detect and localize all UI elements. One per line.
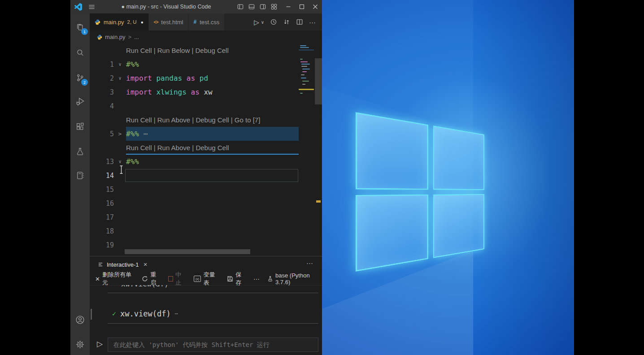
toggle-panel-icon[interactable] [248, 4, 255, 10]
minimap-mark [302, 71, 307, 72]
code-token: import [126, 74, 156, 82]
sidebar-item-search[interactable] [70, 43, 90, 61]
breadcrumb-file[interactable]: main.py [105, 34, 126, 40]
code-token: ⋯ [139, 130, 148, 138]
interactive-panel: Interactive-1 ✕ ··· ✕ 删除所有单元 重启 中止 (x) 变… [90, 256, 322, 355]
cell-code: xw.view(df) [120, 309, 171, 318]
code-token: import [126, 88, 156, 96]
split-editor-icon[interactable] [296, 18, 303, 26]
dirty-dot-icon[interactable]: ● [141, 20, 144, 25]
restart-kernel-button[interactable]: 重启 [142, 271, 161, 287]
scm-badge: 2 [81, 79, 88, 86]
toggle-secondary-sidebar-icon[interactable] [260, 4, 266, 10]
customize-layout-icon[interactable] [271, 4, 277, 10]
line-number: 1 [90, 61, 114, 69]
sidebar-item-explorer[interactable]: 1 [70, 18, 90, 36]
code-line: 16 [90, 196, 299, 210]
collapsed-output-icon[interactable]: ⋯ [175, 311, 178, 317]
code-token: pandas [156, 74, 182, 82]
minimap-mark [301, 74, 305, 75]
horizontal-scrollbar[interactable] [125, 249, 250, 254]
tab-main-py[interactable]: main.py 2, U ● [90, 13, 149, 30]
code-token: #%% [126, 130, 139, 138]
scrollbar-slider[interactable] [315, 58, 322, 104]
code-rows: Run Cell | Run Below | Debug Cell1∨#%%2∨… [90, 43, 299, 256]
fold-chevron-icon[interactable]: ∨ [114, 75, 126, 81]
code-line: 18 [90, 224, 299, 238]
code-line: 5>#%% ⋯ [90, 127, 299, 141]
minimap-mark [300, 47, 309, 48]
sidebar-item-notebook[interactable] [70, 166, 90, 184]
minimap-mark [300, 61, 308, 62]
line-number: 19 [90, 241, 114, 249]
delete-all-cells-button[interactable]: ✕ 删除所有单元 [95, 271, 134, 287]
ibeam-cursor [119, 165, 124, 174]
line-number: 5 [90, 130, 114, 138]
save-button[interactable]: 保存 [227, 271, 246, 287]
minimap-mark [302, 69, 310, 69]
save-icon [227, 276, 233, 282]
panel-more-actions-icon[interactable]: ··· [306, 259, 313, 267]
minimap[interactable] [299, 43, 315, 256]
windows-logo-pane [356, 194, 428, 272]
panel-tab-interactive-1[interactable]: Interactive-1 ✕ [94, 256, 151, 273]
vscode-window: ● main.py - src - Visual Studio Code 1 2 [70, 0, 322, 355]
timeline-history-icon[interactable] [270, 18, 277, 26]
minimize-button[interactable] [282, 0, 295, 13]
minimap-mark [301, 78, 306, 78]
code-token: xw [204, 88, 212, 96]
sidebar-item-run-debug[interactable] [70, 92, 90, 110]
compare-changes-icon[interactable] [283, 18, 290, 26]
toggle-sidebar-icon[interactable] [237, 4, 244, 10]
variables-button[interactable]: (x) 变量表 [194, 271, 220, 287]
interrupt-kernel-button[interactable]: 中止 [168, 271, 186, 287]
sidebar-item-extensions[interactable] [70, 117, 90, 135]
fold-chevron-icon[interactable]: ∨ [114, 159, 126, 165]
fold-chevron-icon[interactable]: ∨ [114, 61, 126, 67]
close-panel-tab-icon[interactable]: ✕ [144, 262, 148, 268]
fold-chevron-icon[interactable]: > [114, 130, 126, 137]
sidebar-item-testing[interactable] [70, 143, 90, 160]
line-number: 13 [90, 158, 114, 166]
account-icon[interactable] [70, 311, 90, 329]
run-dropdown-chevron-icon[interactable]: ∨ [261, 20, 264, 25]
interactive-window-icon [98, 262, 104, 268]
windows-logo-pane [433, 126, 484, 190]
codelens-link-row[interactable]: Run Cell | Run Above | Debug Cell | Go t… [90, 113, 299, 127]
panel-scrollbar[interactable] [91, 309, 92, 320]
tab-test-css[interactable]: # test.css [188, 13, 225, 30]
breadcrumb-more[interactable]: ... [134, 34, 139, 40]
breadcrumb-separator: > [128, 34, 132, 40]
close-window-button[interactable] [309, 0, 322, 13]
sidebar-item-source-control[interactable]: 2 [70, 69, 90, 87]
python-env-selector[interactable]: base (Python 3.7.6) [267, 272, 322, 286]
panel-tab-label: Interactive-1 [107, 261, 139, 268]
settings-gear-icon[interactable] [70, 335, 90, 353]
activity-bar: 1 2 [70, 13, 90, 355]
code-line: 15 [90, 182, 299, 196]
menu-hamburger-icon[interactable] [88, 4, 95, 10]
executed-cell[interactable]: ✓ xw.view(df) ⋯ [112, 309, 178, 318]
code-editor[interactable]: Run Cell | Run Below | Debug Cell1∨#%%2∨… [90, 43, 299, 256]
overview-ruler[interactable] [315, 43, 322, 256]
tab-test-html[interactable]: <> test.html [149, 13, 189, 30]
toolbar-more-icon[interactable]: ··· [253, 275, 260, 282]
more-actions-icon[interactable]: ··· [309, 19, 316, 26]
code-token: as [182, 74, 200, 82]
run-file-button[interactable]: ▷ [254, 19, 259, 26]
tab-bar: main.py 2, U ● <> test.html # test.css ▷… [90, 13, 322, 30]
codelens-link-row[interactable]: Run Cell | Run Below | Debug Cell [90, 43, 299, 57]
maximize-button[interactable] [295, 0, 309, 13]
python-file-icon [95, 19, 100, 25]
restart-icon [142, 276, 148, 282]
cell-separator [108, 323, 318, 324]
minimap-mark [300, 45, 306, 46]
minimap-mark [302, 81, 309, 82]
run-input-button[interactable]: ▷ [97, 339, 103, 349]
python-code-input[interactable] [108, 338, 318, 352]
windows-logo [356, 112, 484, 272]
code-token: #%% [126, 157, 139, 166]
editor-actions: ▷ ∨ ··· [254, 13, 322, 30]
codelens-link-row[interactable]: Run Cell | Run Above | Debug Cell [90, 141, 299, 155]
code-input-row: ▷ [90, 337, 322, 355]
